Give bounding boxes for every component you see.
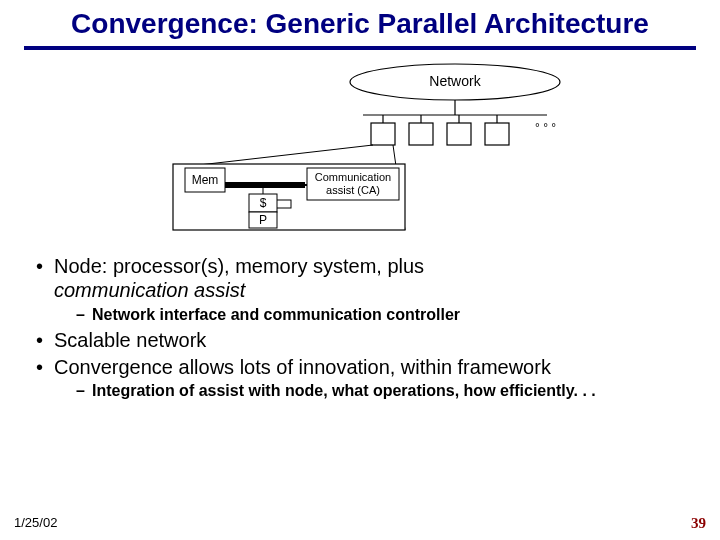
ca-label-2: assist (CA) — [326, 184, 380, 196]
title-underline — [24, 46, 696, 50]
svg-rect-8 — [447, 123, 471, 145]
svg-rect-10 — [485, 123, 509, 145]
page-number: 39 — [691, 515, 706, 532]
network-label: Network — [429, 73, 481, 89]
bullet-scalable: •Scalable network — [36, 328, 696, 352]
bullet-convergence: •Convergence allows lots of innovation, … — [36, 355, 696, 379]
bullet-node-sub: –Network interface and communication con… — [76, 305, 696, 325]
mem-label: Mem — [192, 173, 219, 187]
slide-title: Convergence: Generic Parallel Architectu… — [24, 8, 696, 44]
architecture-diagram: Network ° ° ° — [145, 60, 575, 240]
ca-label-1: Communication — [315, 171, 391, 183]
svg-rect-4 — [371, 123, 395, 145]
svg-rect-6 — [409, 123, 433, 145]
proc-label: P — [259, 213, 267, 227]
footer-date: 1/25/02 — [14, 515, 57, 532]
bullet-node: •Node: processor(s), memory system, plus… — [36, 254, 696, 303]
ellipsis: ° ° ° — [535, 121, 556, 135]
cache-label: $ — [260, 196, 267, 210]
bullet-list: •Node: processor(s), memory system, plus… — [36, 254, 696, 401]
bullet-convergence-sub: –Integration of assist with node, what o… — [76, 381, 696, 401]
